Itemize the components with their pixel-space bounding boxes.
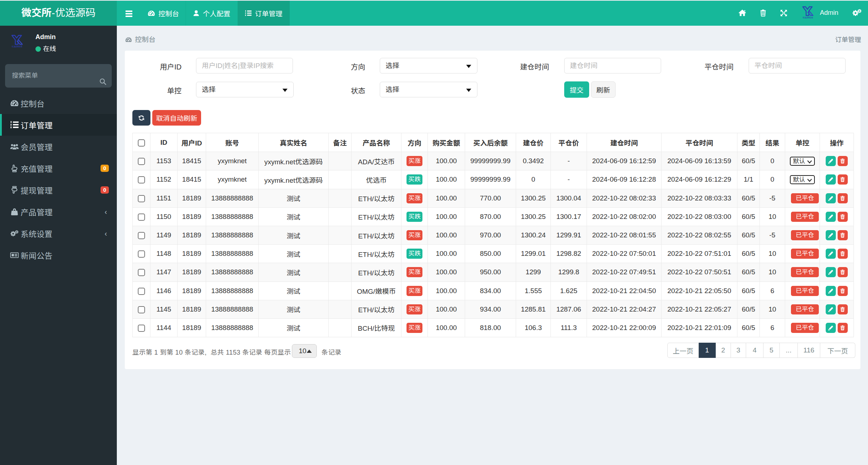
svg-text:优选源码库: 优选源码库 [803,16,813,19]
svg-text:优选源码库: 优选源码库 [12,45,22,48]
